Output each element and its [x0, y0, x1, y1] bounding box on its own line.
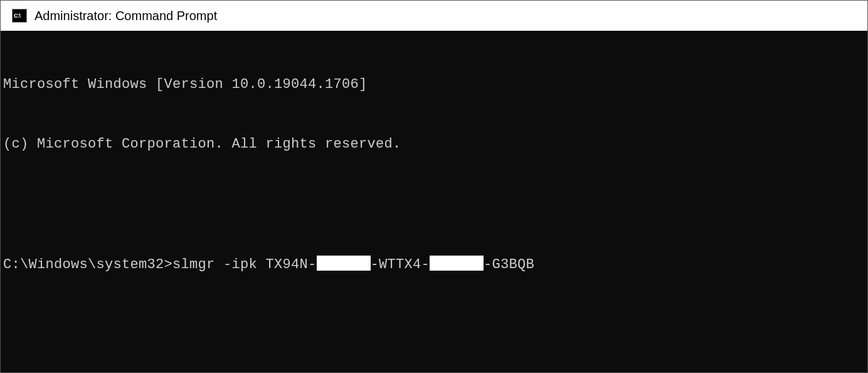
cmd-icon: C:\	[12, 9, 27, 23]
cmd1-part1: slmgr -ipk TX94N-	[172, 257, 317, 273]
cmd1-part2: -WTTX4-	[371, 257, 430, 273]
redacted-2	[430, 256, 484, 271]
version-text: Microsoft Windows [Version 10.0.19044.17…	[3, 77, 368, 92]
redacted-1	[317, 256, 371, 271]
window-title: Administrator: Command Prompt	[34, 9, 217, 23]
copyright-text: (c) Microsoft Corporation. All rights re…	[3, 136, 401, 152]
window-title-bar[interactable]: C:\ Administrator: Command Prompt	[1, 1, 867, 31]
blank-line-2	[3, 315, 866, 335]
version-line: Microsoft Windows [Version 10.0.19044.17…	[3, 75, 866, 95]
blank-line	[3, 195, 866, 215]
cmd-icon-label: C:\	[14, 13, 21, 19]
cmd1-part3: -G3BQB	[484, 257, 534, 273]
prompt-1: C:\Windows\system32>	[3, 257, 172, 273]
command-line-1: C:\Windows\system32>slmgr -ipk TX94N--WT…	[3, 255, 866, 275]
terminal-output[interactable]: Microsoft Windows [Version 10.0.19044.17…	[1, 31, 867, 373]
copyright-line: (c) Microsoft Corporation. All rights re…	[3, 134, 866, 154]
